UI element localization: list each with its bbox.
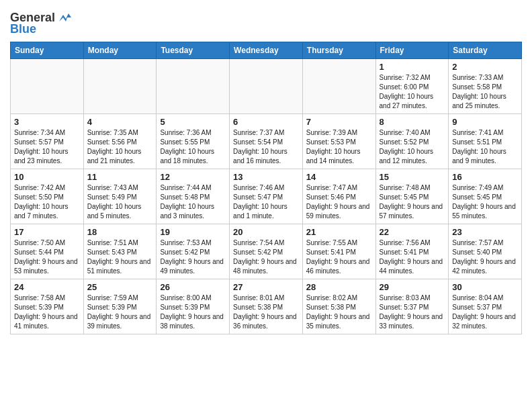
- calendar-cell: 17Sunrise: 7:50 AMSunset: 5:44 PMDayligh…: [11, 224, 84, 279]
- day-number: 16: [452, 172, 518, 182]
- day-number: 24: [14, 282, 80, 292]
- calendar-cell: 16Sunrise: 7:49 AMSunset: 5:45 PMDayligh…: [449, 169, 522, 224]
- calendar-cell: 22Sunrise: 7:56 AMSunset: 5:41 PMDayligh…: [375, 224, 449, 279]
- day-info: Sunrise: 7:50 AMSunset: 5:44 PMDaylight:…: [14, 238, 80, 276]
- day-info: Sunrise: 7:34 AMSunset: 5:57 PMDaylight:…: [14, 128, 80, 166]
- day-number: 4: [87, 117, 153, 127]
- day-info: Sunrise: 7:41 AMSunset: 5:51 PMDaylight:…: [452, 128, 518, 166]
- calendar-cell: [157, 59, 230, 114]
- day-info: Sunrise: 7:58 AMSunset: 5:39 PMDaylight:…: [14, 293, 80, 331]
- calendar-cell: 20Sunrise: 7:54 AMSunset: 5:42 PMDayligh…: [230, 224, 303, 279]
- day-info: Sunrise: 8:00 AMSunset: 5:39 PMDaylight:…: [160, 293, 226, 331]
- day-number: 23: [452, 227, 518, 237]
- day-number: 10: [14, 172, 80, 182]
- day-info: Sunrise: 7:33 AMSunset: 5:58 PMDaylight:…: [452, 73, 518, 111]
- calendar-cell: 15Sunrise: 7:48 AMSunset: 5:45 PMDayligh…: [375, 169, 449, 224]
- calendar-week-row: 10Sunrise: 7:42 AMSunset: 5:50 PMDayligh…: [11, 169, 522, 224]
- day-number: 20: [233, 227, 299, 237]
- day-number: 30: [452, 282, 518, 292]
- day-info: Sunrise: 7:46 AMSunset: 5:47 PMDaylight:…: [233, 183, 299, 221]
- calendar-week-row: 1Sunrise: 7:32 AMSunset: 6:00 PMDaylight…: [11, 59, 522, 114]
- day-info: Sunrise: 7:59 AMSunset: 5:39 PMDaylight:…: [87, 293, 153, 331]
- day-number: 15: [380, 172, 445, 182]
- day-info: Sunrise: 7:32 AMSunset: 6:00 PMDaylight:…: [380, 73, 445, 111]
- calendar-cell: [302, 59, 375, 114]
- calendar-cell: 1Sunrise: 7:32 AMSunset: 6:00 PMDaylight…: [375, 59, 449, 114]
- calendar-cell: 13Sunrise: 7:46 AMSunset: 5:47 PMDayligh…: [230, 169, 303, 224]
- day-number: 12: [160, 172, 226, 182]
- calendar-cell: 9Sunrise: 7:41 AMSunset: 5:51 PMDaylight…: [449, 114, 522, 169]
- day-info: Sunrise: 7:42 AMSunset: 5:50 PMDaylight:…: [14, 183, 80, 221]
- calendar-cell: 5Sunrise: 7:36 AMSunset: 5:55 PMDaylight…: [157, 114, 230, 169]
- day-info: Sunrise: 7:40 AMSunset: 5:52 PMDaylight:…: [380, 128, 445, 166]
- day-number: 5: [160, 117, 226, 127]
- day-number: 21: [306, 227, 372, 237]
- calendar-week-row: 17Sunrise: 7:50 AMSunset: 5:44 PMDayligh…: [11, 224, 522, 279]
- day-number: 29: [380, 282, 445, 292]
- day-info: Sunrise: 7:48 AMSunset: 5:45 PMDaylight:…: [380, 183, 445, 221]
- calendar-header-wednesday: Wednesday: [230, 42, 303, 59]
- logo-blue-text: Blue: [10, 22, 36, 36]
- calendar-cell: 4Sunrise: 7:35 AMSunset: 5:56 PMDaylight…: [83, 114, 157, 169]
- day-number: 2: [452, 62, 518, 72]
- calendar-cell: 18Sunrise: 7:51 AMSunset: 5:43 PMDayligh…: [83, 224, 157, 279]
- day-number: 26: [160, 282, 226, 292]
- day-info: Sunrise: 7:43 AMSunset: 5:49 PMDaylight:…: [87, 183, 153, 221]
- calendar-week-row: 24Sunrise: 7:58 AMSunset: 5:39 PMDayligh…: [11, 279, 522, 334]
- day-info: Sunrise: 7:49 AMSunset: 5:45 PMDaylight:…: [452, 183, 518, 221]
- calendar-cell: [11, 59, 84, 114]
- day-number: 11: [87, 172, 153, 182]
- day-info: Sunrise: 7:36 AMSunset: 5:55 PMDaylight:…: [160, 128, 226, 166]
- day-info: Sunrise: 7:35 AMSunset: 5:56 PMDaylight:…: [87, 128, 153, 166]
- calendar-cell: 8Sunrise: 7:40 AMSunset: 5:52 PMDaylight…: [375, 114, 449, 169]
- calendar-cell: [83, 59, 157, 114]
- day-number: 25: [87, 282, 153, 292]
- day-number: 6: [233, 117, 299, 127]
- day-number: 13: [233, 172, 299, 182]
- calendar-cell: 28Sunrise: 8:02 AMSunset: 5:38 PMDayligh…: [302, 279, 375, 334]
- day-number: 17: [14, 227, 80, 237]
- day-number: 8: [380, 117, 445, 127]
- calendar-header-row: SundayMondayTuesdayWednesdayThursdayFrid…: [11, 42, 522, 59]
- day-number: 14: [306, 172, 372, 182]
- calendar-cell: 29Sunrise: 8:03 AMSunset: 5:37 PMDayligh…: [375, 279, 449, 334]
- calendar-cell: 7Sunrise: 7:39 AMSunset: 5:53 PMDaylight…: [302, 114, 375, 169]
- day-info: Sunrise: 8:02 AMSunset: 5:38 PMDaylight:…: [306, 293, 372, 331]
- logo-bird-icon: [56, 12, 71, 24]
- day-number: 22: [380, 227, 445, 237]
- logo: General Blue: [10, 11, 71, 36]
- calendar-cell: 2Sunrise: 7:33 AMSunset: 5:58 PMDaylight…: [449, 59, 522, 114]
- calendar-header-sunday: Sunday: [11, 42, 84, 59]
- calendar-table: SundayMondayTuesdayWednesdayThursdayFrid…: [10, 42, 522, 334]
- calendar-cell: 26Sunrise: 8:00 AMSunset: 5:39 PMDayligh…: [157, 279, 230, 334]
- calendar-header-friday: Friday: [375, 42, 449, 59]
- day-info: Sunrise: 7:53 AMSunset: 5:42 PMDaylight:…: [160, 238, 226, 276]
- calendar-cell: 12Sunrise: 7:44 AMSunset: 5:48 PMDayligh…: [157, 169, 230, 224]
- calendar-cell: 19Sunrise: 7:53 AMSunset: 5:42 PMDayligh…: [157, 224, 230, 279]
- calendar-cell: 11Sunrise: 7:43 AMSunset: 5:49 PMDayligh…: [83, 169, 157, 224]
- day-info: Sunrise: 8:04 AMSunset: 5:37 PMDaylight:…: [452, 293, 518, 331]
- day-number: 19: [160, 227, 226, 237]
- calendar-cell: 10Sunrise: 7:42 AMSunset: 5:50 PMDayligh…: [11, 169, 84, 224]
- day-number: 3: [14, 117, 80, 127]
- page-header: General Blue: [10, 7, 522, 36]
- day-info: Sunrise: 7:51 AMSunset: 5:43 PMDaylight:…: [87, 238, 153, 276]
- day-info: Sunrise: 8:01 AMSunset: 5:38 PMDaylight:…: [233, 293, 299, 331]
- calendar-cell: 14Sunrise: 7:47 AMSunset: 5:46 PMDayligh…: [302, 169, 375, 224]
- calendar-cell: 24Sunrise: 7:58 AMSunset: 5:39 PMDayligh…: [11, 279, 84, 334]
- calendar-header-tuesday: Tuesday: [157, 42, 230, 59]
- day-info: Sunrise: 7:39 AMSunset: 5:53 PMDaylight:…: [306, 128, 372, 166]
- day-info: Sunrise: 7:47 AMSunset: 5:46 PMDaylight:…: [306, 183, 372, 221]
- calendar-header-monday: Monday: [83, 42, 157, 59]
- calendar-cell: 3Sunrise: 7:34 AMSunset: 5:57 PMDaylight…: [11, 114, 84, 169]
- day-info: Sunrise: 7:56 AMSunset: 5:41 PMDaylight:…: [380, 238, 445, 276]
- calendar-cell: 21Sunrise: 7:55 AMSunset: 5:41 PMDayligh…: [302, 224, 375, 279]
- day-info: Sunrise: 7:57 AMSunset: 5:40 PMDaylight:…: [452, 238, 518, 276]
- calendar-cell: 6Sunrise: 7:37 AMSunset: 5:54 PMDaylight…: [230, 114, 303, 169]
- calendar-cell: 30Sunrise: 8:04 AMSunset: 5:37 PMDayligh…: [449, 279, 522, 334]
- day-info: Sunrise: 8:03 AMSunset: 5:37 PMDaylight:…: [380, 293, 445, 331]
- day-info: Sunrise: 7:54 AMSunset: 5:42 PMDaylight:…: [233, 238, 299, 276]
- calendar-cell: 25Sunrise: 7:59 AMSunset: 5:39 PMDayligh…: [83, 279, 157, 334]
- day-number: 9: [452, 117, 518, 127]
- calendar-header-saturday: Saturday: [449, 42, 522, 59]
